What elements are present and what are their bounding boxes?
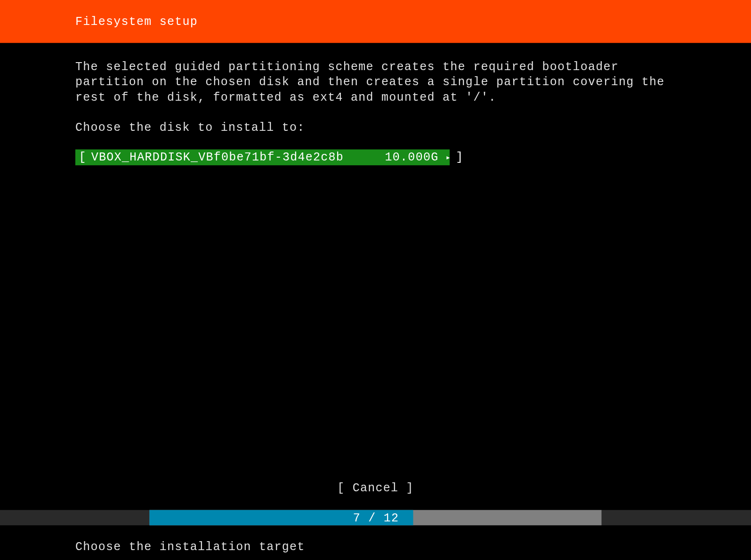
cancel-button[interactable]: [ Cancel ] xyxy=(337,481,414,495)
disk-option[interactable]: [ VBOX_HARDDISK_VBf0be71bf-3d4e2c8b 10.0… xyxy=(75,150,450,166)
chevron-right-icon: ▸ xyxy=(445,152,451,162)
disk-size: 10.000G xyxy=(385,151,439,164)
cancel-row: [ Cancel ] xyxy=(0,481,751,495)
disk-name: VBOX_HARDDISK_VBf0be71bf-3d4e2c8b xyxy=(91,151,344,164)
choose-disk-prompt: Choose the disk to install to: xyxy=(75,120,676,134)
footer-hint: Choose the installation target xyxy=(75,540,305,554)
page-title: Filesystem setup xyxy=(75,15,198,28)
progress-bar: 7 / 12 xyxy=(0,510,751,526)
progress-track: 7 / 12 xyxy=(150,510,602,526)
header-bar: Filesystem setup xyxy=(0,0,751,43)
bracket-right: ] xyxy=(456,151,463,164)
description-text: The selected guided partitioning scheme … xyxy=(75,59,676,105)
progress-fill: 7 / 12 xyxy=(150,510,413,526)
progress-label: 7 / 12 xyxy=(353,511,399,525)
bracket-left: [ xyxy=(79,151,87,164)
main-content: The selected guided partitioning scheme … xyxy=(0,43,751,165)
